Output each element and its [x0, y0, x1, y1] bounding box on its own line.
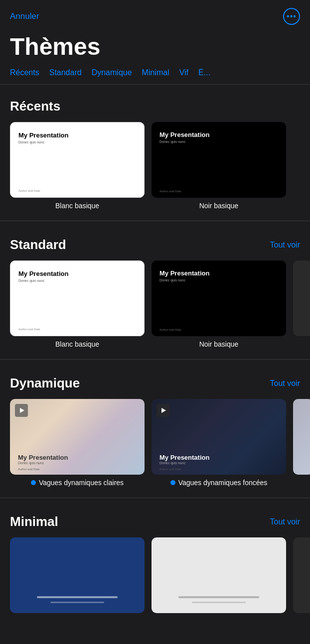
- thumb-content-dark: My Presentation Donec quis nunc: [152, 122, 286, 143]
- theme-label-text-foncees: Vagues dynamiques foncées: [178, 479, 268, 487]
- theme-item-blanc-basique-standard[interactable]: My Presentation Donec quis nunc Author a…: [10, 260, 145, 348]
- theme-thumb-minimal-light: [152, 537, 286, 613]
- play-triangle-dark: [161, 408, 166, 413]
- separator-1: [0, 221, 310, 221]
- theme-item-blanc-basique-recents[interactable]: My Presentation Donec quis nunc Author a…: [10, 122, 145, 210]
- thumb-subtitle: Donec quis nunc: [18, 140, 136, 144]
- partial-dynamic-card: [293, 399, 310, 475]
- dynamic-content-light: My Presentation Donec quis nunc: [18, 454, 68, 465]
- theme-label-text-claires: Vagues dynamiques claires: [39, 479, 124, 487]
- minimal-blue-bar: [37, 596, 118, 598]
- recents-section: Récents My Presentation Donec quis nunc …: [0, 89, 310, 215]
- more-button[interactable]: •••: [283, 8, 300, 25]
- theme-item-noir-basique-recents[interactable]: My Presentation Donec quis nunc Author a…: [152, 122, 286, 210]
- theme-thumb-black-standard: My Presentation Donec quis nunc Author a…: [152, 260, 286, 336]
- thumb-subtitle-dark: Donec quis nunc: [159, 140, 278, 143]
- dynamique-see-all[interactable]: Tout voir: [270, 379, 300, 388]
- theme-thumb-dynamic-dark: My Presentation Donec quis nunc Author a…: [152, 399, 286, 475]
- dynamique-title: Dynamique: [10, 376, 80, 391]
- dynamique-themes-row: My Presentation Donec quis nunc Author a…: [10, 399, 300, 487]
- thumb-title-std-dark: My Presentation: [159, 269, 278, 277]
- dynamic-title-light: My Presentation: [18, 454, 68, 461]
- tabs-bar: Récents Standard Dynamique Minimal Vif É…: [0, 68, 310, 85]
- top-bar: Annuler •••: [0, 0, 310, 29]
- play-icon-dark: [156, 404, 169, 417]
- thumb-content-std-dark: My Presentation Donec quis nunc: [152, 260, 286, 282]
- minimal-light-bar: [178, 596, 259, 598]
- theme-label-noir-basique-recents: Noir basique: [199, 202, 239, 210]
- page-title: Thèmes: [0, 29, 310, 68]
- thumb-content-std: My Presentation Donec quis nunc: [10, 261, 144, 282]
- minimal-themes-row: [10, 537, 300, 613]
- tab-extra[interactable]: É...: [198, 68, 210, 78]
- minimal-title: Minimal: [10, 514, 58, 529]
- partial-standard-card: [293, 260, 310, 336]
- theme-item-noir-basique-standard[interactable]: My Presentation Donec quis nunc Author a…: [152, 260, 286, 348]
- separator-3: [0, 498, 310, 498]
- thumb-footer: Author and Date: [18, 189, 40, 192]
- theme-item-minimal-blue[interactable]: [10, 537, 145, 613]
- recents-header: Récents: [10, 99, 300, 114]
- standard-section: Standard Tout voir My Presentation Donec…: [0, 227, 310, 353]
- theme-item-vagues-claires[interactable]: My Presentation Donec quis nunc Author a…: [10, 399, 145, 487]
- separator-2: [0, 359, 310, 360]
- theme-label-vagues-foncees: Vagues dynamiques foncées: [170, 479, 268, 487]
- standard-themes-row: My Presentation Donec quis nunc Author a…: [10, 260, 300, 348]
- blue-dot-foncees: [170, 480, 175, 485]
- standard-header: Standard Tout voir: [10, 237, 300, 253]
- minimal-header: Minimal Tout voir: [10, 514, 300, 529]
- thumb-footer-dark: Author and Date: [159, 190, 181, 193]
- more-icon: •••: [287, 12, 297, 20]
- tab-dynamique[interactable]: Dynamique: [92, 68, 132, 78]
- minimal-light-bar2: [192, 602, 246, 603]
- theme-thumb-white-standard: My Presentation Donec quis nunc Author a…: [10, 260, 145, 336]
- thumb-content: My Presentation Donec quis nunc: [10, 123, 144, 144]
- dynamic-footer-light: Author and Date: [18, 468, 40, 471]
- standard-see-all[interactable]: Tout voir: [270, 241, 300, 250]
- theme-label-blanc-basique-standard: Blanc basique: [55, 340, 99, 348]
- minimal-blue-bar2: [50, 602, 104, 603]
- cancel-button[interactable]: Annuler: [10, 11, 39, 21]
- tab-minimal[interactable]: Minimal: [142, 68, 169, 78]
- theme-label-noir-basique-standard: Noir basique: [199, 340, 239, 348]
- dynamic-subtitle-dark: Donec quis nunc: [159, 461, 209, 465]
- thumb-presentation-title: My Presentation: [18, 131, 136, 139]
- theme-item-minimal-light[interactable]: [152, 537, 286, 613]
- theme-thumb-minimal-blue: [10, 537, 145, 613]
- dynamique-section: Dynamique Tout voir My Presentation Done…: [0, 366, 310, 492]
- recents-themes-row: My Presentation Donec quis nunc Author a…: [10, 122, 300, 210]
- theme-thumb-white-recents: My Presentation Donec quis nunc Author a…: [10, 122, 145, 198]
- thumb-footer-std-white: Author and Date: [18, 328, 40, 331]
- minimal-section: Minimal Tout voir: [0, 504, 310, 618]
- thumb-subtitle-std-dark: Donec quis nunc: [159, 278, 278, 282]
- minimal-see-all[interactable]: Tout voir: [270, 517, 300, 526]
- theme-label-vagues-claires: Vagues dynamiques claires: [31, 479, 124, 487]
- theme-thumb-dynamic-light: My Presentation Donec quis nunc Author a…: [10, 399, 145, 475]
- thumb-title-std-white: My Presentation: [18, 270, 136, 277]
- play-triangle: [20, 408, 24, 413]
- dynamic-content-dark: My Presentation Donec quis nunc: [159, 454, 209, 465]
- blue-dot-claires: [31, 480, 36, 485]
- tab-vif[interactable]: Vif: [179, 68, 188, 78]
- play-icon-light: [15, 404, 28, 417]
- thumb-subtitle-std-white: Donec quis nunc: [18, 279, 136, 282]
- tab-recents[interactable]: Récents: [10, 68, 39, 78]
- theme-item-vagues-foncees[interactable]: My Presentation Donec quis nunc Author a…: [152, 399, 286, 487]
- standard-title: Standard: [10, 237, 66, 253]
- tab-standard[interactable]: Standard: [49, 68, 82, 78]
- dynamic-title-dark: My Presentation: [159, 454, 209, 461]
- dynamic-footer-dark: Author and Date: [159, 468, 181, 471]
- dynamic-subtitle-light: Donec quis nunc: [18, 461, 68, 465]
- theme-label-blanc-basique-recents: Blanc basique: [55, 202, 99, 210]
- theme-thumb-black-recents: My Presentation Donec quis nunc Author a…: [152, 122, 286, 198]
- thumb-presentation-title-dark: My Presentation: [159, 131, 278, 138]
- recents-title: Récents: [10, 99, 60, 114]
- partial-minimal-card: [293, 537, 310, 613]
- dynamique-header: Dynamique Tout voir: [10, 376, 300, 391]
- thumb-footer-std-dark: Author and Date: [159, 328, 181, 331]
